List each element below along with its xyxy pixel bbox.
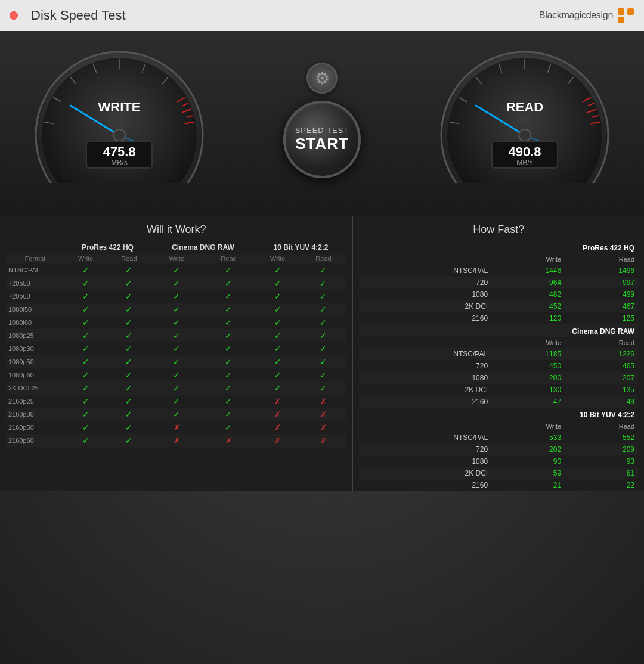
gauges-section: WRITE 475.8 MB/s ⚙ — [0, 31, 644, 216]
table-cell: ✓ — [255, 368, 301, 381]
table-cell: NTSC/PAL — [359, 432, 491, 443]
table-cell: ✓ — [300, 342, 346, 355]
check-mark: ✓ — [125, 265, 132, 275]
empty-header — [359, 421, 491, 432]
check-mark: ✓ — [225, 357, 232, 367]
table-cell: ✓ — [202, 290, 255, 303]
table-cell: 2K DCI — [359, 384, 491, 396]
table-cell: 2K DCI 25 — [6, 381, 64, 395]
table-cell: ✗ — [202, 434, 255, 447]
table-cell: ✓ — [202, 277, 255, 290]
table-row: 1080200207 — [359, 372, 638, 384]
check-mark: ✓ — [125, 357, 132, 367]
right-section-header: How Fast? — [359, 216, 638, 241]
table-cell: ✓ — [151, 329, 202, 342]
table-row: 720p60✓✓✓✓✓✓ — [6, 290, 346, 303]
table-cell: ✓ — [151, 408, 202, 421]
table-cell: ✓ — [107, 421, 151, 434]
table-cell: ✓ — [300, 303, 346, 316]
table-row: 720964997 — [359, 277, 638, 288]
table-cell: 2160 — [359, 312, 491, 324]
table-row: 1080p50✓✓✓✓✓✓ — [6, 355, 346, 368]
table-cell: 202 — [491, 443, 565, 455]
table-cell: ✓ — [151, 277, 202, 290]
check-mark: ✓ — [82, 423, 89, 432]
check-mark: ✓ — [82, 436, 89, 445]
table-row: NTSC/PAL533552 — [359, 432, 638, 443]
table-cell: ✓ — [151, 303, 202, 316]
table-cell: ✓ — [107, 355, 151, 368]
check-mark: ✓ — [125, 383, 132, 393]
svg-text:READ: READ — [506, 100, 543, 114]
yuv-write-sub: Write — [255, 254, 301, 263]
table-cell: 90 — [491, 455, 565, 467]
check-mark: ✓ — [82, 331, 89, 340]
table-cell: 2160 — [359, 479, 491, 491]
check-mark: ✓ — [125, 436, 132, 445]
read-gauge-svg: READ 490.8 MB/s — [435, 40, 614, 183]
check-mark: ✓ — [82, 291, 89, 301]
table-row: 720p50✓✓✓✓✓✓ — [6, 277, 346, 290]
table-cell: 59 — [491, 467, 565, 479]
table-cell: 1185 — [491, 348, 565, 360]
table-cell: NTSC/PAL — [359, 348, 491, 360]
table-cell: ✓ — [255, 290, 301, 303]
check-mark: ✓ — [82, 305, 89, 314]
check-mark: ✓ — [274, 383, 281, 393]
table-cell: 200 — [491, 372, 565, 384]
table-cell: 2160p25 — [6, 395, 64, 408]
table-cell: ✓ — [107, 316, 151, 329]
table-row: 2K DCI5961 — [359, 467, 638, 479]
start-main-label: START — [295, 135, 349, 153]
table-cell: 1080p60 — [6, 368, 64, 381]
check-mark: ✓ — [225, 383, 232, 393]
table-cell: ✗ — [151, 434, 202, 447]
app-title: Disk Speed Test — [31, 8, 126, 23]
table-row: 2K DCI 25✓✓✓✓✓✓ — [6, 381, 346, 395]
column-header: Read — [565, 337, 638, 348]
check-mark: ✓ — [225, 278, 232, 288]
header-row: WriteRead — [359, 254, 638, 265]
check-mark: ✓ — [125, 344, 132, 353]
close-button[interactable] — [10, 11, 18, 20]
table-cell: ✓ — [107, 408, 151, 421]
table-cell: ✓ — [64, 421, 107, 434]
table-cell: ✓ — [107, 395, 151, 408]
settings-icon[interactable]: ⚙ — [306, 63, 338, 94]
table-row: 21604748 — [359, 396, 638, 408]
table-cell: 47 — [491, 396, 565, 408]
check-mark: ✓ — [173, 383, 180, 393]
table-cell: 720p50 — [6, 277, 64, 290]
table-cell: ✗ — [300, 395, 346, 408]
table-cell: ✓ — [300, 290, 346, 303]
table-cell: ✓ — [151, 316, 202, 329]
check-mark: ✓ — [125, 409, 132, 419]
table-cell: ✗ — [300, 408, 346, 421]
table-row: NTSC/PAL✓✓✓✓✓✓ — [6, 263, 346, 277]
table-cell: ✓ — [151, 368, 202, 381]
table-cell: ✓ — [107, 263, 151, 277]
table-row: 1080p30✓✓✓✓✓✓ — [6, 342, 346, 355]
table-cell: 1080 — [359, 455, 491, 467]
empty-header — [359, 254, 491, 265]
check-mark: ✓ — [125, 291, 132, 301]
check-mark: ✓ — [274, 305, 281, 314]
tables-container: Will it Work? ProRes 422 HQ Cinema DNG R… — [0, 216, 644, 491]
table-cell: ✗ — [151, 421, 202, 434]
x-mark: ✗ — [320, 436, 327, 445]
brand-logo: Blackmagicdesign — [539, 8, 634, 23]
check-mark: ✓ — [320, 357, 327, 367]
check-mark: ✓ — [274, 370, 281, 380]
check-mark: ✓ — [173, 318, 180, 327]
table-cell: ✓ — [107, 342, 151, 355]
table-cell: NTSC/PAL — [6, 263, 64, 277]
table-cell: 125 — [565, 312, 638, 324]
table-cell: ✓ — [151, 355, 202, 368]
column-header: Write — [491, 337, 565, 348]
check-mark: ✓ — [82, 278, 89, 288]
table-row: 10809093 — [359, 455, 638, 467]
start-button[interactable]: SPEED TEST START — [283, 101, 361, 178]
read-gauge: READ 490.8 MB/s — [429, 40, 620, 201]
table-cell: ✗ — [300, 421, 346, 434]
table-cell: 1080i60 — [6, 316, 64, 329]
